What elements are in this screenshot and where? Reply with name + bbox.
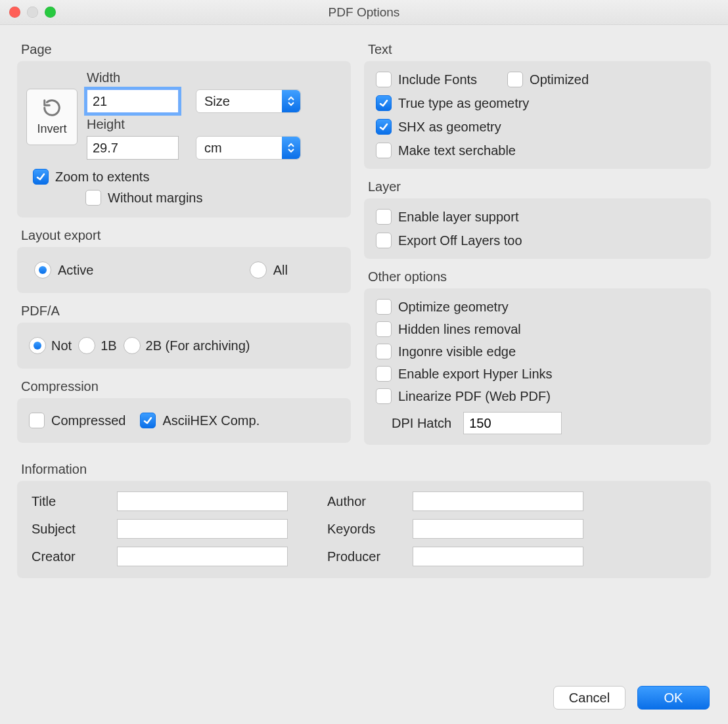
zoom-extents-checkbox[interactable] [33, 169, 49, 185]
hyperlinks-checkbox[interactable] [376, 366, 392, 382]
layout-export-group: Active All [17, 247, 351, 293]
searchable-checkbox[interactable] [376, 143, 392, 158]
size-select[interactable]: Size [196, 89, 301, 113]
enable-layer-label: Enable layer support [398, 210, 518, 225]
optimized-label: Optimized [530, 72, 589, 87]
zoom-extents-label: Zoom to extents [55, 170, 149, 185]
asciihex-checkbox[interactable] [140, 413, 156, 428]
include-fonts-checkbox[interactable] [376, 72, 392, 87]
pdfa-2b-label: 2B (For archiving) [146, 338, 250, 353]
subject-input[interactable] [117, 519, 288, 539]
pdfa-not-label: Not [51, 338, 72, 353]
dpi-input[interactable] [463, 412, 562, 434]
layout-all-radio[interactable] [250, 261, 267, 279]
close-window-button[interactable] [9, 7, 20, 18]
layout-active-label: Active [58, 263, 93, 278]
producer-label: Producer [327, 549, 413, 564]
layer-section-label: Layer [368, 179, 711, 194]
layer-group: Enable layer support Export Off Layers t… [364, 198, 711, 259]
chevron-updown-icon [282, 137, 300, 159]
keywords-input[interactable] [413, 519, 583, 539]
hidden-lines-label: Hidden lines removal [398, 322, 521, 337]
keywords-label: Keyords [327, 522, 413, 537]
shx-geometry-checkbox[interactable] [376, 119, 392, 135]
text-group: Include Fonts Optimized True type as geo… [364, 61, 711, 169]
ttf-geometry-checkbox[interactable] [376, 95, 392, 111]
compression-section-label: Compression [21, 379, 351, 394]
creator-label: Creator [32, 549, 117, 564]
other-section-label: Other options [368, 269, 711, 284]
pdfa-2b-radio[interactable] [124, 337, 141, 354]
maximize-window-button[interactable] [45, 7, 56, 18]
layout-all-label: All [273, 263, 288, 278]
text-section-label: Text [368, 42, 711, 57]
height-input[interactable] [87, 136, 179, 160]
pdfa-section-label: PDF/A [21, 304, 351, 319]
compressed-checkbox[interactable] [29, 413, 45, 428]
include-fonts-label: Include Fonts [398, 72, 477, 87]
ok-button[interactable]: OK [637, 686, 710, 710]
invert-button[interactable]: Invert [26, 89, 78, 145]
pdfa-not-radio[interactable] [29, 337, 46, 354]
author-input[interactable] [413, 491, 583, 511]
searchable-label: Make text serchable [398, 143, 516, 158]
information-section-label: Information [21, 462, 711, 477]
pdfa-1b-label: 1B [101, 338, 116, 353]
unit-select-value: cm [204, 141, 222, 156]
ignore-edge-label: Ingonre visible edge [398, 344, 516, 359]
invert-label: Invert [37, 122, 66, 136]
window-controls [9, 7, 56, 18]
compression-group: Compressed AsciiHEX Comp. [17, 398, 351, 443]
hyperlinks-label: Enable export Hyper Links [398, 367, 553, 382]
ok-label: OK [664, 690, 683, 706]
layout-section-label: Layout export [21, 228, 351, 243]
creator-input[interactable] [117, 547, 288, 566]
export-off-layers-checkbox[interactable] [376, 233, 392, 248]
without-margins-label: Without margins [108, 191, 203, 206]
hidden-lines-checkbox[interactable] [376, 321, 392, 337]
rotate-icon [42, 98, 62, 121]
enable-layer-checkbox[interactable] [376, 209, 392, 225]
asciihex-label: AsciiHEX Comp. [162, 413, 260, 428]
titlebar: PDF Options [0, 0, 728, 25]
optimize-geometry-checkbox[interactable] [376, 299, 392, 315]
page-section-label: Page [21, 42, 351, 57]
unit-select[interactable]: cm [196, 136, 301, 160]
other-group: Optimize geometry Hidden lines removal I… [364, 288, 711, 445]
height-label: Height [87, 117, 185, 132]
author-label: Author [327, 494, 413, 509]
page-group: Invert Width Size Height [17, 61, 351, 217]
pdfa-1b-radio[interactable] [78, 337, 95, 354]
minimize-window-button[interactable] [27, 7, 38, 18]
ignore-edge-checkbox[interactable] [376, 344, 392, 359]
export-off-layers-label: Export Off Layers too [398, 233, 522, 248]
cancel-label: Cancel [569, 690, 610, 706]
title-input[interactable] [117, 491, 288, 511]
size-select-value: Size [204, 94, 230, 109]
width-label: Width [87, 70, 185, 85]
subject-label: Subject [32, 522, 117, 537]
layout-active-radio[interactable] [34, 261, 51, 279]
linearize-label: Linearize PDF (Web PDF) [398, 389, 551, 404]
title-label: Title [32, 494, 117, 509]
information-group: Title Author Subject Keyords Creator Pro… [17, 481, 711, 578]
linearize-checkbox[interactable] [376, 388, 392, 404]
dialog-footer: Cancel OK [553, 686, 710, 710]
dpi-label: DPI Hatch [392, 416, 451, 431]
optimize-geometry-label: Optimize geometry [398, 300, 509, 315]
without-margins-checkbox[interactable] [85, 190, 101, 206]
width-input[interactable] [87, 89, 179, 113]
optimized-checkbox[interactable] [507, 72, 523, 87]
pdfa-group: Not 1B 2B (For archiving) [17, 323, 351, 369]
ttf-geometry-label: True type as geometry [398, 96, 529, 111]
cancel-button[interactable]: Cancel [553, 686, 626, 710]
shx-geometry-label: SHX as geometry [398, 120, 501, 135]
producer-input[interactable] [413, 547, 583, 566]
compressed-label: Compressed [51, 413, 125, 428]
chevron-updown-icon [282, 90, 300, 112]
window-title: PDF Options [0, 5, 728, 20]
